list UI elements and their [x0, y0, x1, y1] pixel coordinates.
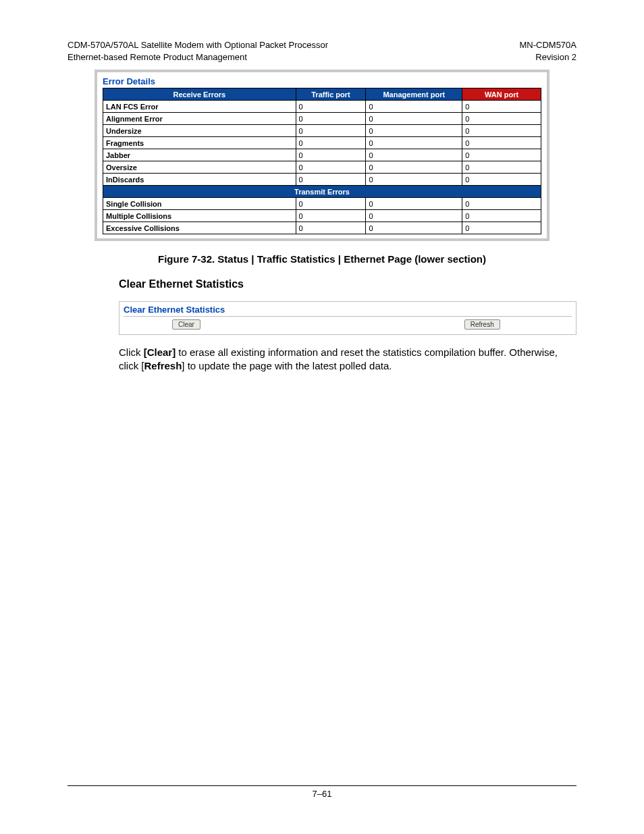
- body-bold-refresh: Refresh: [144, 360, 182, 371]
- cell-value: 0: [366, 210, 462, 222]
- col-header-mgmt: Management port: [366, 88, 462, 101]
- cell-value: 0: [296, 161, 366, 174]
- clear-ethernet-panel: Clear Ethernet Statistics Clear Refresh: [119, 301, 576, 335]
- row-label: Alignment Error: [103, 113, 296, 125]
- body-paragraph: Click [Clear] to erase all existing info…: [119, 346, 576, 373]
- clear-ethernet-title: Clear Ethernet Statistics: [124, 305, 572, 315]
- header-left-line2: Ethernet-based Remote Product Management: [68, 51, 328, 63]
- row-label: Multiple Collisions: [103, 210, 296, 222]
- error-details-panel: Error Details Receive Errors Traffic por…: [95, 70, 549, 241]
- page-footer: 7–61: [68, 785, 576, 799]
- cell-value: 0: [462, 210, 541, 222]
- header-right-line1: MN-CDM570A: [519, 39, 576, 51]
- error-details-title: Error Details: [103, 76, 541, 86]
- cell-value: 0: [462, 149, 541, 161]
- transmit-errors-header: Transmit Errors: [103, 186, 541, 198]
- error-details-table: Receive Errors Traffic port Management p…: [103, 88, 541, 234]
- row-label: Fragments: [103, 137, 296, 149]
- cell-value: 0: [366, 222, 462, 234]
- row-label: Excessive Collisions: [103, 222, 296, 234]
- figure-caption: Figure 7-32. Status | Traffic Statistics…: [68, 253, 576, 265]
- cell-value: 0: [462, 113, 541, 125]
- cell-value: 0: [296, 101, 366, 113]
- row-label: Single Collision: [103, 198, 296, 210]
- col-header-traffic: Traffic port: [296, 88, 366, 101]
- table-row: Undersize 0 0 0: [103, 125, 541, 137]
- cell-value: 0: [366, 113, 462, 125]
- row-label: Jabber: [103, 149, 296, 161]
- cell-value: 0: [366, 125, 462, 137]
- section-heading: Clear Ethernet Statistics: [119, 278, 576, 290]
- table-row: Fragments 0 0 0: [103, 137, 541, 149]
- cell-value: 0: [462, 161, 541, 174]
- cell-value: 0: [296, 222, 366, 234]
- cell-value: 0: [296, 113, 366, 125]
- cell-value: 0: [366, 161, 462, 174]
- body-text: ] to update the page with the latest pol…: [182, 360, 392, 371]
- row-label: InDiscards: [103, 174, 296, 186]
- cell-value: 0: [366, 198, 462, 210]
- refresh-button[interactable]: Refresh: [464, 319, 500, 330]
- cell-value: 0: [462, 101, 541, 113]
- table-row: LAN FCS Error 0 0 0: [103, 101, 541, 113]
- cell-value: 0: [462, 222, 541, 234]
- cell-value: 0: [462, 198, 541, 210]
- cell-value: 0: [296, 137, 366, 149]
- cell-value: 0: [366, 174, 462, 186]
- clear-button[interactable]: Clear: [172, 319, 200, 330]
- cell-value: 0: [296, 198, 366, 210]
- cell-value: 0: [296, 210, 366, 222]
- row-label: LAN FCS Error: [103, 101, 296, 113]
- body-text: Click: [119, 346, 144, 358]
- cell-value: 0: [296, 174, 366, 186]
- body-bold-clear: [Clear]: [144, 346, 176, 358]
- document-header: CDM-570A/570AL Satellite Modem with Opti…: [68, 39, 576, 63]
- table-row: Jabber 0 0 0: [103, 149, 541, 161]
- table-row: Excessive Collisions 0 0 0: [103, 222, 541, 234]
- cell-value: 0: [366, 137, 462, 149]
- table-row: Alignment Error 0 0 0: [103, 113, 541, 125]
- header-right-line2: Revision 2: [519, 51, 576, 63]
- row-label: Oversize: [103, 161, 296, 174]
- col-header-receive: Receive Errors: [103, 88, 296, 101]
- table-row: Multiple Collisions 0 0 0: [103, 210, 541, 222]
- cell-value: 0: [366, 101, 462, 113]
- transmit-errors-header-row: Transmit Errors: [103, 186, 541, 198]
- cell-value: 0: [296, 149, 366, 161]
- col-header-wan: WAN port: [462, 88, 541, 101]
- cell-value: 0: [366, 149, 462, 161]
- cell-value: 0: [462, 174, 541, 186]
- table-row: Oversize 0 0 0: [103, 161, 541, 174]
- table-row: InDiscards 0 0 0: [103, 174, 541, 186]
- page-number: 7–61: [313, 789, 332, 799]
- row-label: Undersize: [103, 125, 296, 137]
- header-left-line1: CDM-570A/570AL Satellite Modem with Opti…: [68, 39, 328, 51]
- cell-value: 0: [296, 125, 366, 137]
- cell-value: 0: [462, 125, 541, 137]
- table-row: Single Collision 0 0 0: [103, 198, 541, 210]
- cell-value: 0: [462, 137, 541, 149]
